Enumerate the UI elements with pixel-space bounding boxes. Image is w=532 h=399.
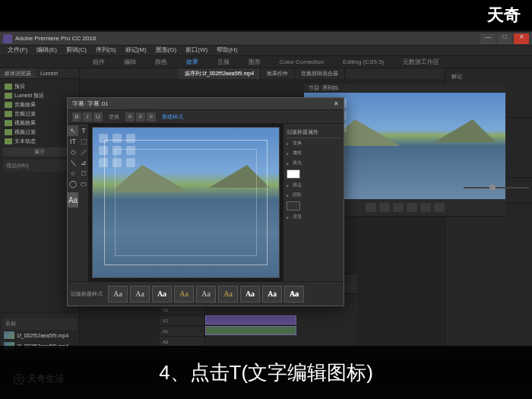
ws-colorcorrection[interactable]: Color Correction (280, 59, 324, 65)
close-button[interactable]: ✕ (514, 33, 529, 44)
prop-stroke[interactable]: ▸描边 (287, 180, 340, 190)
arc-tool[interactable]: ⬭ (78, 179, 89, 189)
track-v2[interactable]: V2 (160, 305, 204, 315)
folder-icon (5, 84, 12, 90)
menubar: 文件(F) 编辑(E) 剪辑(C) 序列(S) 标记(M) 图形(G) 窗口(W… (0, 46, 532, 56)
effect-audio-fx[interactable]: 音频效果 (3, 100, 76, 109)
italic-icon[interactable]: I (83, 112, 92, 122)
prop-fill[interactable]: ▸填充 (287, 158, 340, 168)
title-tools-panel: ↖ T IT ⬚ ◇ ／ ＼ ⊿ ○ □ ◯ ⬭ Aa (68, 124, 89, 281)
maximize-button[interactable]: □ (497, 33, 512, 44)
ws-assembly[interactable]: 组件 (93, 58, 105, 66)
menu-edit[interactable]: 编辑(E) (32, 46, 62, 55)
caption-overlay: 4、点击T(文字编辑图标) (0, 346, 532, 399)
prop-properties[interactable]: ▸属性 (287, 148, 340, 158)
mark-out-button[interactable] (379, 203, 390, 212)
prop-transform[interactable]: ▸变换 (287, 138, 340, 148)
ws-editing55[interactable]: Editing (CS5.5) (343, 59, 384, 65)
menu-file[interactable]: 文件(F) (3, 46, 32, 55)
track-v1[interactable]: V1 (160, 315, 204, 326)
tab-source[interactable]: 源序列:1f_002f52aea5f9.mp4 (179, 68, 261, 79)
folder-icon (5, 138, 12, 144)
title-properties-panel: 旧版标题属性 ▸变换 ▸属性 ▸填充 ▸描边 ▸阴影 ▸背景 (283, 124, 344, 281)
effect-text-motion[interactable]: 文本动态 (3, 137, 76, 146)
dialog-close-button[interactable]: ✕ (334, 100, 339, 107)
tab-program[interactable]: 节目: 序列01 (304, 84, 344, 93)
mark-in-button[interactable] (366, 203, 376, 212)
folder-icon (5, 111, 12, 117)
menu-graphics[interactable]: 图形(G) (151, 46, 182, 55)
area-type-tool[interactable]: ⬚ (78, 136, 89, 147)
project-item-1[interactable]: 1f_002f52aea5f9.mp4 (2, 330, 77, 340)
selection-tool[interactable]: ↖ (68, 125, 78, 136)
effect-video-fx[interactable]: 视频效果 (3, 119, 76, 128)
align-left-icon[interactable]: ≡ (125, 112, 135, 122)
folder-icon (5, 102, 12, 108)
style-preset-6[interactable]: Aa (218, 286, 238, 302)
prop-shadow[interactable]: ▸阴影 (287, 190, 340, 200)
step-back-button[interactable] (393, 203, 404, 212)
align-center-icon[interactable]: ≡ (136, 112, 145, 122)
safe-margin-inner (115, 149, 256, 257)
effect-presets[interactable]: 预设 (3, 82, 76, 91)
shadow-color-swatch[interactable] (287, 201, 300, 211)
effect-lumetri-presets[interactable]: Lumetri 预设 (3, 91, 76, 100)
pen-tool[interactable]: ／ (78, 147, 89, 157)
menu-clip[interactable]: 剪辑(C) (62, 46, 91, 55)
wedge-tool[interactable]: ⊿ (78, 157, 89, 168)
fill-color-swatch[interactable] (287, 169, 300, 179)
type-tool[interactable]: T (78, 125, 89, 136)
ws-graphics[interactable]: 图形 (249, 58, 261, 66)
ws-editing[interactable]: 编辑 (124, 58, 136, 66)
style-preset-9[interactable]: Aa (284, 286, 304, 302)
path-type-tool[interactable]: ◇ (68, 147, 78, 157)
export-frame-button[interactable] (434, 203, 445, 212)
text-sample-icon[interactable]: Aa (68, 192, 78, 207)
ws-metadata[interactable]: 元数据工作区 (403, 58, 439, 66)
ws-audio[interactable]: 音频 (217, 58, 230, 66)
title-canvas[interactable] (92, 127, 280, 278)
minimize-button[interactable]: — (480, 33, 496, 44)
audio-clip[interactable] (205, 326, 296, 335)
menu-help[interactable]: 帮助(H) (212, 46, 242, 55)
dialog-toolbar: B I U 变换 ≡ ≡ ≡ 新建样式 (68, 110, 344, 124)
menu-window[interactable]: 窗口(W) (181, 46, 212, 55)
style-preset-4[interactable]: Aa (174, 286, 194, 302)
dialog-titlebar[interactable]: 字幕: 字幕 01 ✕ (68, 98, 344, 110)
tab-audio-mixer[interactable]: 音频剪辑混合器 (295, 68, 345, 79)
style-preset-5[interactable]: Aa (196, 286, 216, 302)
tab-effect-controls[interactable]: 效果控件 (261, 68, 295, 79)
style-preset-8[interactable]: Aa (262, 286, 282, 302)
style-preset-3[interactable]: Aa (152, 286, 172, 302)
align-right-icon[interactable]: ≡ (147, 112, 156, 122)
app-icon (3, 34, 12, 43)
style-preset-7[interactable]: Aa (240, 286, 260, 302)
ws-effects[interactable]: 效果 (186, 58, 198, 66)
expand-button[interactable]: 展开 (3, 147, 76, 157)
effect-audio-trans[interactable]: 音频过渡 (3, 109, 76, 119)
step-fwd-button[interactable] (420, 203, 431, 212)
ellipse-tool[interactable]: ○ (68, 168, 78, 179)
tab-media-browser[interactable]: 媒体浏览器 (0, 68, 36, 78)
vertical-type-tool[interactable]: IT (68, 136, 78, 147)
titlebar: Adobe Premiere Pro CC 2018 — □ ✕ (0, 32, 532, 46)
menu-marker[interactable]: 标记(M) (121, 46, 151, 55)
effect-video-trans[interactable]: 视频过渡 (3, 128, 76, 137)
new-style-link[interactable]: 新建样式 (162, 113, 183, 121)
ws-color[interactable]: 颜色 (155, 58, 167, 66)
panel-markers[interactable]: 标记 (448, 71, 529, 82)
bold-icon[interactable]: B (72, 112, 81, 122)
play-button[interactable] (407, 203, 417, 212)
tab-lumetri[interactable]: Lumetri (36, 68, 62, 78)
prop-background[interactable]: ▸背景 (287, 212, 340, 222)
underline-icon[interactable]: U (93, 112, 103, 122)
track-a1[interactable]: A1 (160, 326, 204, 337)
rounded-rect-tool[interactable]: ◯ (68, 179, 78, 189)
menu-sequence[interactable]: 序列(S) (91, 46, 121, 55)
style-preset-2[interactable]: Aa (130, 286, 150, 302)
rectangle-tool[interactable]: □ (78, 168, 89, 179)
style-preset-1[interactable]: Aa (108, 286, 128, 302)
video-clip[interactable] (205, 315, 296, 325)
line-tool[interactable]: ＼ (68, 157, 78, 168)
slider-track[interactable] (464, 187, 529, 188)
